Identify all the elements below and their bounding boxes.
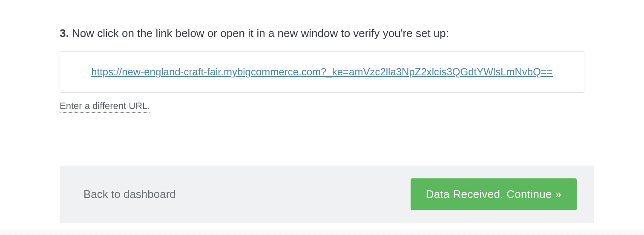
- enter-different-url-link[interactable]: Enter a different URL.: [60, 100, 150, 113]
- footer-bar: Back to dashboard Data Received. Continu…: [60, 166, 594, 223]
- verification-url-link[interactable]: https://new-england-craft-fair.mybigcomm…: [91, 64, 553, 80]
- verification-url-box: https://new-england-craft-fair.mybigcomm…: [60, 51, 584, 93]
- back-to-dashboard-link[interactable]: Back to dashboard: [83, 188, 176, 201]
- step-instruction: Now click on the link below or open it i…: [72, 27, 449, 40]
- step-heading: 3. Now click on the link below or open i…: [60, 26, 584, 41]
- page-gradient: [0, 226, 644, 235]
- continue-button[interactable]: Data Received. Continue »: [411, 178, 577, 210]
- step-number: 3.: [60, 27, 69, 40]
